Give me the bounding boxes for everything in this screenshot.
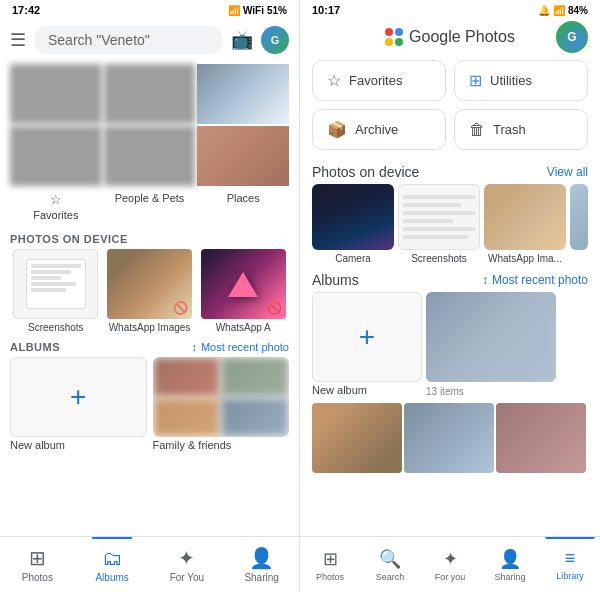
albums-header-left: ALBUMS ↕ Most recent photo bbox=[0, 333, 299, 357]
section-albums-right: Albums ↕ Most recent photo bbox=[300, 264, 600, 292]
extra-photo[interactable] bbox=[570, 184, 588, 250]
search-nav-icon: 🔍 bbox=[379, 548, 401, 570]
screenshots-thumb-right bbox=[398, 184, 480, 250]
tile-archive[interactable]: 📦 Archive bbox=[312, 109, 446, 150]
right-header: Google Photos G bbox=[300, 20, 600, 54]
new-album-thumb: + bbox=[10, 357, 147, 437]
no-image-icon: 🚫 bbox=[173, 301, 188, 315]
status-icons-left: 📶 WiFi 51% bbox=[228, 5, 287, 16]
albums-sort-left[interactable]: ↕ Most recent photo bbox=[191, 341, 289, 353]
avatar-left[interactable]: G bbox=[261, 26, 289, 54]
cast-icon[interactable]: 📺 bbox=[231, 29, 253, 51]
album-family[interactable]: Family & friends bbox=[153, 357, 290, 536]
albums-grid-left: + New album Family & friends bbox=[0, 357, 299, 536]
more-photo-1[interactable] bbox=[312, 403, 402, 473]
utility-tiles: ☆ Favorites ⊞ Utilities 📦 Archive 🗑 Tras… bbox=[300, 54, 600, 156]
star-icon: ☆ bbox=[50, 192, 62, 207]
album-family-right[interactable]: 13 items bbox=[426, 292, 556, 397]
logo-dots bbox=[385, 28, 403, 46]
tile-trash[interactable]: 🗑 Trash bbox=[454, 109, 588, 150]
device-photo-camera[interactable]: Camera bbox=[312, 184, 394, 264]
status-bar-left: 17:42 📶 WiFi 51% bbox=[0, 0, 299, 20]
photo-grid bbox=[0, 60, 299, 190]
search-icons: 📺 G bbox=[231, 26, 289, 54]
pink-thumb: 🚫 bbox=[201, 249, 286, 319]
nav-sharing-right[interactable]: 👤 Sharing bbox=[480, 537, 540, 592]
google-photos-logo: Google Photos bbox=[385, 28, 515, 46]
nav-sharing-left[interactable]: 👤 Sharing bbox=[224, 537, 299, 592]
right-panel: 10:17 🔔 📶 84% Google Photos G ☆ Favorite… bbox=[300, 0, 600, 592]
nav-albums-left[interactable]: 🗂 Albums bbox=[75, 537, 150, 592]
bottom-nav-left: ⊞ Photos 🗂 Albums ✦ For You 👤 Sharing bbox=[0, 536, 299, 592]
nav-library-right[interactable]: ≡ Library bbox=[540, 537, 600, 592]
foryou-nav-icon: ✦ bbox=[443, 548, 458, 570]
sharing-icon: 👤 bbox=[249, 546, 274, 570]
view-all-link[interactable]: View all bbox=[547, 165, 588, 179]
new-album-right-thumb: + bbox=[312, 292, 422, 382]
library-active-indicator bbox=[545, 537, 595, 539]
device-photo-screenshots-right[interactable]: Screenshots bbox=[398, 184, 480, 264]
time-left: 17:42 bbox=[12, 4, 40, 16]
nav-photos-left[interactable]: ⊞ Photos bbox=[0, 537, 75, 592]
grid-labels: ☆ Favorites People & Pets Places bbox=[0, 190, 299, 227]
device-photo-whatsapp-right[interactable]: WhatsApp Ima... bbox=[484, 184, 566, 264]
family-thumb bbox=[153, 357, 290, 437]
logo-dot-red bbox=[385, 28, 393, 36]
status-bar-right: 10:17 🔔 📶 84% bbox=[300, 0, 600, 20]
sharing-nav-icon: 👤 bbox=[499, 548, 521, 570]
tile-utilities[interactable]: ⊞ Utilities bbox=[454, 60, 588, 101]
nav-foryou-right[interactable]: ✦ For you bbox=[420, 537, 480, 592]
device-photo-screenshots[interactable]: Screenshots bbox=[10, 249, 102, 333]
album-new-right[interactable]: + New album bbox=[312, 292, 422, 397]
library-nav-icon: ≡ bbox=[565, 548, 576, 569]
albums-icon: 🗂 bbox=[102, 547, 122, 570]
tile-favorites[interactable]: ☆ Favorites bbox=[312, 60, 446, 101]
nav-photos-right[interactable]: ⊞ Photos bbox=[300, 537, 360, 592]
favorites-tile-icon: ☆ bbox=[327, 71, 341, 90]
nav-search-right[interactable]: 🔍 Search bbox=[360, 537, 420, 592]
camera-thumb bbox=[312, 184, 394, 250]
photos-nav-icon: ⊞ bbox=[323, 548, 338, 570]
photo-cell[interactable] bbox=[197, 64, 289, 124]
device-photos-left: Screenshots 🚫 WhatsApp Images 🚫 WhatsApp… bbox=[0, 249, 299, 333]
section-device-left: PHOTOS ON DEVICE bbox=[0, 227, 299, 249]
more-photo-2[interactable] bbox=[404, 403, 494, 473]
albums-right: + New album 13 items bbox=[300, 292, 600, 397]
menu-icon[interactable]: ☰ bbox=[10, 29, 26, 51]
utilities-tile-icon: ⊞ bbox=[469, 71, 482, 90]
photo-cell[interactable] bbox=[10, 64, 102, 124]
album-new[interactable]: + New album bbox=[10, 357, 147, 536]
search-bar: ☰ Search "Veneto" 📺 G bbox=[0, 20, 299, 60]
bottom-nav-right: ⊞ Photos 🔍 Search ✦ For you 👤 Sharing ≡ … bbox=[300, 536, 600, 592]
screenshots-thumb bbox=[13, 249, 98, 319]
foryou-icon: ✦ bbox=[178, 546, 195, 570]
search-input[interactable]: Search "Veneto" bbox=[34, 26, 223, 54]
category-people-pets[interactable]: People & Pets bbox=[104, 192, 196, 221]
albums-sort-right[interactable]: ↕ Most recent photo bbox=[482, 273, 588, 287]
food-thumb: 🚫 bbox=[107, 249, 192, 319]
logo-dot-green bbox=[395, 38, 403, 46]
more-photos-row bbox=[300, 397, 600, 473]
logo-text: Google Photos bbox=[409, 28, 515, 46]
avatar-right[interactable]: G bbox=[556, 21, 588, 53]
trash-tile-icon: 🗑 bbox=[469, 121, 485, 139]
more-photo-3[interactable] bbox=[496, 403, 586, 473]
device-photo-whatsapp-images[interactable]: 🚫 WhatsApp Images bbox=[104, 249, 196, 333]
nav-foryou-left[interactable]: ✦ For You bbox=[150, 537, 225, 592]
device-photos-right: Camera Screenshots WhatsApp Ima... bbox=[300, 184, 600, 264]
photos-icon: ⊞ bbox=[29, 546, 46, 570]
photo-cell[interactable] bbox=[104, 64, 196, 124]
photo-cell[interactable] bbox=[197, 126, 289, 186]
photo-cell[interactable] bbox=[104, 126, 196, 186]
category-places[interactable]: Places bbox=[197, 192, 289, 221]
photo-cell[interactable] bbox=[10, 126, 102, 186]
logo-dot-blue bbox=[395, 28, 403, 36]
category-favorites[interactable]: ☆ Favorites bbox=[10, 192, 102, 221]
sort-icon: ↕ bbox=[482, 273, 488, 287]
section-albums-left: ALBUMS bbox=[10, 341, 60, 353]
archive-tile-icon: 📦 bbox=[327, 120, 347, 139]
active-indicator bbox=[92, 537, 132, 539]
status-icons-right: 🔔 📶 84% bbox=[538, 5, 588, 16]
left-panel: 17:42 📶 WiFi 51% ☰ Search "Veneto" 📺 G ☆… bbox=[0, 0, 300, 592]
device-photo-whatsapp-a[interactable]: 🚫 WhatsApp A bbox=[197, 249, 289, 333]
